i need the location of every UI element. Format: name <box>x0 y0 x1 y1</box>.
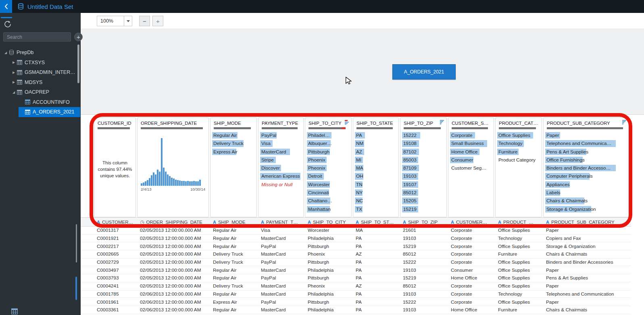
profile-value-pheonix[interactable]: Pheonix <box>307 164 350 172</box>
profile-value-office-supplies[interactable]: Office Supplies <box>497 131 540 139</box>
profile-value-chattano[interactable]: Chattano… <box>307 197 350 205</box>
profile-value-85012[interactable]: 85012 <box>402 189 445 197</box>
zoom-in-button[interactable]: + <box>152 16 163 26</box>
tree-item-ctxsys[interactable]: ▶CTXSYS <box>0 58 80 68</box>
tree-collapsed-arrow-icon[interactable]: ▶ <box>10 71 17 74</box>
table-row[interactable]: C000131702/05/2013 12:00:00.000 AMRegula… <box>81 227 631 235</box>
profile-value-19108[interactable]: 19108 <box>402 139 445 147</box>
profile-value-american-express[interactable]: American Express <box>260 172 302 180</box>
zoom-out-button[interactable]: − <box>139 16 150 26</box>
profile-card-customer-s[interactable]: CUSTOMER_S…CorporateSmall BusinessHome O… <box>448 118 494 217</box>
mini-histogram-icon[interactable] <box>344 119 350 126</box>
tree-item-prepdb[interactable]: ◢PrepDb <box>0 48 80 58</box>
table-row[interactable]: C000349702/05/2013 12:00:00.000 AMRegula… <box>81 266 631 274</box>
column-header-product-sub-category[interactable]: APRODUCT_SUB_CATEGORY <box>543 218 630 226</box>
tree-item-mdsys[interactable]: ▶MDSYS <box>0 78 80 88</box>
profile-value-pa[interactable]: PA <box>355 131 397 139</box>
profile-value-appliances[interactable]: Appliances <box>545 181 627 189</box>
back-button[interactable] <box>0 0 12 13</box>
profile-value-tn[interactable]: TN <box>355 181 397 189</box>
profile-value-visa[interactable]: Visa <box>260 139 302 147</box>
profile-value-detroit[interactable]: Detroit <box>307 172 350 180</box>
profile-value-mi[interactable]: MI <box>355 156 397 164</box>
column-header-customer[interactable]: ACUSTOMER… <box>94 218 137 226</box>
profile-value-regular-air[interactable]: Regular Air <box>212 131 255 139</box>
profile-value-worcester[interactable]: Worcester <box>307 181 350 189</box>
tree-collapsed-arrow-icon[interactable]: ▶ <box>10 61 17 64</box>
profile-value-19107[interactable]: 19107 <box>402 181 445 189</box>
tree-item-accountinfo[interactable]: ACCOUNTINFO <box>0 97 80 107</box>
table-row[interactable]: C000196102/06/2013 12:00:00.000 AMExpres… <box>81 298 631 306</box>
profile-value-87102[interactable]: 87102 <box>402 148 445 156</box>
mini-histogram-icon[interactable] <box>440 119 445 126</box>
column-header-customer[interactable]: ACUSTOMER… <box>448 218 495 226</box>
profile-value-philadel[interactable]: Philadel… <box>307 131 350 139</box>
profile-card-order-shipping-date[interactable]: ORDER_SHIPPING_DATE2/4/1310/30/14 <box>137 118 209 217</box>
profile-value-phoenix[interactable]: Phoenix <box>307 156 350 164</box>
profile-value-chairs-chairmats[interactable]: Chairs & Chairmats <box>545 197 627 205</box>
profile-value-15219[interactable]: 15219 <box>402 205 445 213</box>
profile-value-paper[interactable]: Paper <box>545 131 627 139</box>
table-row[interactable]: C000178502/06/2013 12:00:00.000 AMRegula… <box>81 290 631 298</box>
mini-histogram-icon[interactable] <box>622 119 627 126</box>
zoom-select[interactable]: 100% <box>97 16 132 26</box>
column-header-ship-to-st[interactable]: ASHIP_TO_ST… <box>353 218 400 226</box>
profile-value-product-category[interactable]: Product Category <box>497 156 540 164</box>
column-header-order-shipping-date[interactable]: ◷ORDER_SHIPPING_DATE <box>137 218 210 226</box>
table-row[interactable]: C000221702/05/2013 12:00:00.000 AMRegula… <box>81 242 631 250</box>
profile-value-technology[interactable]: Technology <box>497 139 540 147</box>
tree-expanded-arrow-icon[interactable]: ◢ <box>2 51 9 55</box>
column-header-ship-mode[interactable]: ASHIP_MODE <box>210 218 258 226</box>
profile-value-furniture[interactable]: Furniture <box>497 148 540 156</box>
profile-value-office-furnishings[interactable]: Office Furnishings <box>545 156 627 164</box>
profile-value-85003[interactable]: 85003 <box>402 156 445 164</box>
profile-value-missing-or-null[interactable]: Missing or Null <box>260 181 302 189</box>
column-header-payment-t[interactable]: APAYMENT_T… <box>258 218 305 226</box>
add-connection-button[interactable]: + <box>74 33 83 41</box>
profile-value-delivery-truck[interactable]: Delivery Truck <box>212 139 255 147</box>
profile-value-cincinnati[interactable]: Cincinnati <box>307 189 350 197</box>
tree-item-a-orders-2021[interactable]: A_ORDERS_2021 <box>0 107 80 117</box>
profile-value-ma[interactable]: MA <box>355 164 397 172</box>
tree-collapsed-arrow-icon[interactable]: ▶ <box>10 80 17 84</box>
profile-value-stripe[interactable]: Stripe <box>260 156 302 164</box>
profile-value-87109[interactable]: 87109 <box>402 164 445 172</box>
table-row[interactable]: C000266502/05/2013 12:00:00.000 AMDelive… <box>81 250 631 258</box>
tree-scroll-indicator[interactable] <box>75 277 77 300</box>
search-input[interactable] <box>3 32 71 42</box>
profile-value-mastercard[interactable]: MasterCard <box>260 148 302 156</box>
profile-value-19103[interactable]: 19103 <box>402 172 445 180</box>
dataset-node[interactable]: A_ORDERS_2021 <box>392 64 456 80</box>
profile-card-ship-to-zip[interactable]: SHIP_TO_ZIP15222191088710285003871091910… <box>400 118 447 217</box>
tree-item-oacprep[interactable]: ◢OACPREP <box>0 87 80 97</box>
diagram-canvas[interactable]: A_ORDERS_2021 <box>81 29 644 114</box>
profile-value-nc[interactable]: NC <box>355 197 397 205</box>
profile-value-albuquer[interactable]: Albuquer… <box>307 139 350 147</box>
table-row[interactable]: C000192102/05/2013 12:00:00.000 AMRegula… <box>81 235 631 243</box>
profile-value-15222[interactable]: 15222 <box>402 131 445 139</box>
profile-value-discover[interactable]: Discover <box>260 164 302 172</box>
tree-item-gsmadmin-inter[interactable]: ▶GSMADMIN_INTER… <box>0 67 80 78</box>
profile-value-computer-peripherals[interactable]: Computer Peripherals <box>545 172 627 180</box>
column-header-ship-to-city[interactable]: ASHIP_TO_CITY <box>305 218 353 226</box>
profile-card-payment-type[interactable]: PAYMENT_TYPEPayPalVisaMasterCardStripeDi… <box>258 118 304 217</box>
profile-value-home-office[interactable]: Home Office <box>450 148 492 156</box>
table-row[interactable]: C000272902/05/2013 12:00:00.000 AMDelive… <box>81 258 631 267</box>
profile-card-ship-to-city[interactable]: SHIP_TO_CITYPhiladel…Albuquer…Pittsburgh… <box>305 118 352 217</box>
profile-value-consumer[interactable]: Consumer <box>450 156 492 164</box>
profile-value-oh[interactable]: OH <box>355 172 397 180</box>
profile-value-nm[interactable]: NM <box>355 139 397 147</box>
profile-value-manhattan[interactable]: Manhattan <box>307 205 350 213</box>
profile-value-small-business[interactable]: Small Business <box>450 139 492 147</box>
profile-value-az[interactable]: AZ <box>355 148 397 156</box>
profile-value-15205[interactable]: 15205 <box>402 197 445 205</box>
profile-value-customer-seg[interactable]: Customer Seg… <box>450 164 492 172</box>
profile-card-product-sub-category[interactable]: PRODUCT_SUB_CATEGORYPaperTelephones and … <box>543 118 629 217</box>
profile-value-tx[interactable]: TX <box>355 205 397 213</box>
connections-icon[interactable] <box>4 20 12 29</box>
sidebar-scrollbar-thumb[interactable] <box>77 44 79 83</box>
column-header-product[interactable]: APRODUCT_… <box>495 218 543 226</box>
profile-value-ny[interactable]: NY <box>355 189 397 197</box>
table-row[interactable]: C000336102/06/2013 12:00:00.000 AMRegula… <box>81 306 631 314</box>
profile-card-ship-mode[interactable]: SHIP_MODERegular AirDelivery TruckExpres… <box>210 118 257 217</box>
